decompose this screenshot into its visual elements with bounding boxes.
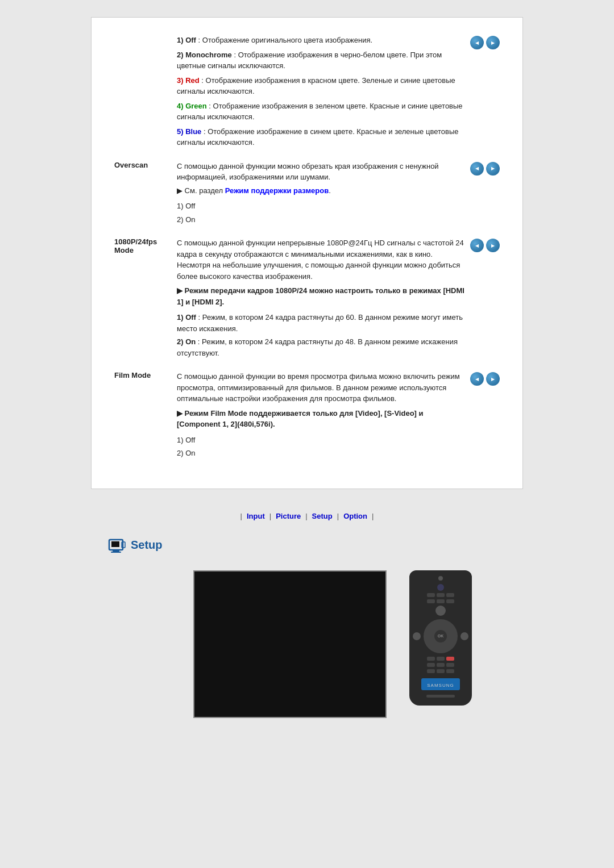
line-red: 3) Red : Отображение изображения в красн… bbox=[177, 75, 466, 97]
remote-sensor bbox=[437, 584, 444, 591]
overscan-desc: С помощью данной функции можно обрезать … bbox=[177, 161, 466, 183]
overscan-section: Overscan С помощью данной функции можно … bbox=[114, 161, 500, 228]
mode1080p-content: С помощью данной функции непрерывные 108… bbox=[177, 237, 466, 361]
filmmode-on: 2) On bbox=[177, 448, 466, 459]
overscan-on: 2) On bbox=[177, 214, 466, 226]
remote-btn-1b[interactable] bbox=[437, 593, 445, 597]
remote-row-4 bbox=[427, 657, 454, 661]
remote-btn-5b[interactable] bbox=[437, 663, 445, 667]
section-label-1080p: 1080P/24fpsMode bbox=[114, 237, 177, 254]
remote-btn-2b[interactable] bbox=[437, 599, 445, 603]
mode1080p-section: 1080P/24fpsMode С помощью данной функции… bbox=[114, 237, 500, 361]
nav-right-icon-1080p[interactable] bbox=[486, 239, 500, 252]
nav-picture[interactable]: Picture bbox=[276, 512, 301, 520]
line-off: 1) Off : Отображение оригинального цвета… bbox=[177, 35, 466, 46]
remote-row-1 bbox=[427, 593, 454, 597]
overscan-note: ▶ См. раздел Режим поддержки размеров. bbox=[177, 185, 466, 197]
line-monochrome: 2) Monochrome : Отображение изображения … bbox=[177, 49, 466, 72]
remote-dpad-center[interactable]: OK bbox=[434, 630, 447, 642]
color-options-content: 1) Off : Отображение оригинального цвета… bbox=[177, 35, 466, 151]
color-icons bbox=[466, 35, 500, 49]
remote-row-3 bbox=[435, 606, 446, 616]
svg-rect-1 bbox=[113, 550, 119, 552]
nav-left-icon-1080p[interactable] bbox=[470, 239, 484, 252]
remote-btn-6c[interactable] bbox=[446, 669, 454, 673]
remote-btn-4b[interactable] bbox=[437, 657, 445, 661]
remote-row-bottom bbox=[426, 695, 455, 698]
remote-btn-6b[interactable] bbox=[437, 669, 445, 673]
content-box: 1) Off : Отображение оригинального цвета… bbox=[91, 17, 523, 489]
remote-row-6 bbox=[427, 669, 454, 673]
sep4: | bbox=[337, 512, 339, 520]
remote-btn-6a[interactable] bbox=[427, 669, 435, 673]
remote-row-5 bbox=[427, 663, 454, 667]
overscan-icons bbox=[466, 161, 500, 176]
tv-screen bbox=[193, 570, 387, 718]
setup-icon bbox=[108, 537, 126, 553]
tv-remote-area: OK bbox=[108, 570, 540, 718]
setup-title-text: Setup bbox=[131, 539, 163, 552]
filmmode-note: ▶ Режим Film Mode поддерживается только … bbox=[177, 408, 466, 430]
navigation-bar: | Input | Picture | Setup | Option | bbox=[91, 506, 523, 526]
nav-input[interactable]: Input bbox=[247, 512, 265, 520]
nav-left-icon-filmmode[interactable] bbox=[470, 372, 484, 386]
remote-nav-right[interactable] bbox=[460, 632, 468, 640]
remote-brand-label: SAMSUNG bbox=[427, 683, 454, 688]
filmmode-section: Film Mode С помощью данной функции во вр… bbox=[114, 371, 500, 461]
remote-btn-2a[interactable] bbox=[427, 599, 435, 603]
mode1080p-icons bbox=[466, 237, 500, 252]
sep1: | bbox=[240, 512, 242, 520]
svg-rect-3 bbox=[111, 541, 119, 547]
nav-right-icon-overscan[interactable] bbox=[486, 162, 500, 176]
remote-control: OK bbox=[409, 570, 472, 706]
filmmode-icons bbox=[466, 371, 500, 386]
filmmode-content: С помощью данной функции во время просмо… bbox=[177, 371, 466, 461]
line-green: 4) Green : Отображение изображения в зел… bbox=[177, 101, 466, 123]
remote-power-btn[interactable] bbox=[435, 606, 446, 616]
overscan-off: 1) Off bbox=[177, 201, 466, 212]
remote-btn-1a[interactable] bbox=[427, 593, 435, 597]
remote-dpad[interactable]: OK bbox=[424, 619, 458, 653]
mode1080p-note: ▶ Режим передачи кадров 1080P/24 можно н… bbox=[177, 285, 466, 307]
nav-right-icon-filmmode[interactable] bbox=[486, 372, 500, 386]
svg-rect-2 bbox=[111, 552, 121, 553]
setup-title-area: Setup bbox=[108, 537, 523, 553]
nav-right-icon-color[interactable] bbox=[486, 36, 500, 49]
remote-nav-area: OK bbox=[413, 619, 468, 653]
mode1080p-on: 2) On : Режим, в котором 24 кадра растян… bbox=[177, 336, 466, 358]
nav-left-icon-overscan[interactable] bbox=[470, 162, 484, 176]
sep2: | bbox=[269, 512, 271, 520]
remote-btn-2c[interactable] bbox=[446, 599, 454, 603]
remote-led bbox=[438, 576, 443, 581]
sep3: | bbox=[305, 512, 307, 520]
remote-nav-left[interactable] bbox=[413, 632, 421, 640]
remote-btn-4a[interactable] bbox=[427, 657, 435, 661]
overscan-link[interactable]: Режим поддержки размеров bbox=[225, 186, 329, 195]
remote-ok-label: OK bbox=[438, 634, 444, 638]
color-options-section: 1) Off : Отображение оригинального цвета… bbox=[114, 35, 500, 151]
section-label-overscan: Overscan bbox=[114, 161, 177, 169]
remote-btn-4c[interactable] bbox=[446, 657, 454, 661]
nav-option[interactable]: Option bbox=[343, 512, 367, 520]
mode1080p-off: 1) Off : Режим, в котором 24 кадра растя… bbox=[177, 312, 466, 334]
remote-btn-bottom[interactable] bbox=[426, 695, 455, 698]
section-label-filmmode: Film Mode bbox=[114, 371, 177, 379]
filmmode-desc: С помощью данной функции во время просмо… bbox=[177, 371, 466, 404]
sep5: | bbox=[372, 512, 374, 520]
overscan-content: С помощью данной функции можно обрезать … bbox=[177, 161, 466, 228]
remote-btn-1c[interactable] bbox=[446, 593, 454, 597]
remote-btn-5c[interactable] bbox=[446, 663, 454, 667]
mode1080p-desc: С помощью данной функции непрерывные 108… bbox=[177, 237, 466, 282]
remote-row-2 bbox=[427, 599, 454, 603]
nav-setup[interactable]: Setup bbox=[312, 512, 333, 520]
filmmode-off: 1) Off bbox=[177, 435, 466, 446]
remote-btn-5a[interactable] bbox=[427, 663, 435, 667]
line-blue: 5) Blue : Отображение изображение в сине… bbox=[177, 126, 466, 148]
remote-brand-area: SAMSUNG bbox=[421, 678, 459, 690]
page-wrapper: 1) Off : Отображение оригинального цвета… bbox=[0, 0, 614, 868]
nav-left-icon-color[interactable] bbox=[470, 36, 484, 49]
setup-section: Setup bbox=[91, 532, 523, 729]
